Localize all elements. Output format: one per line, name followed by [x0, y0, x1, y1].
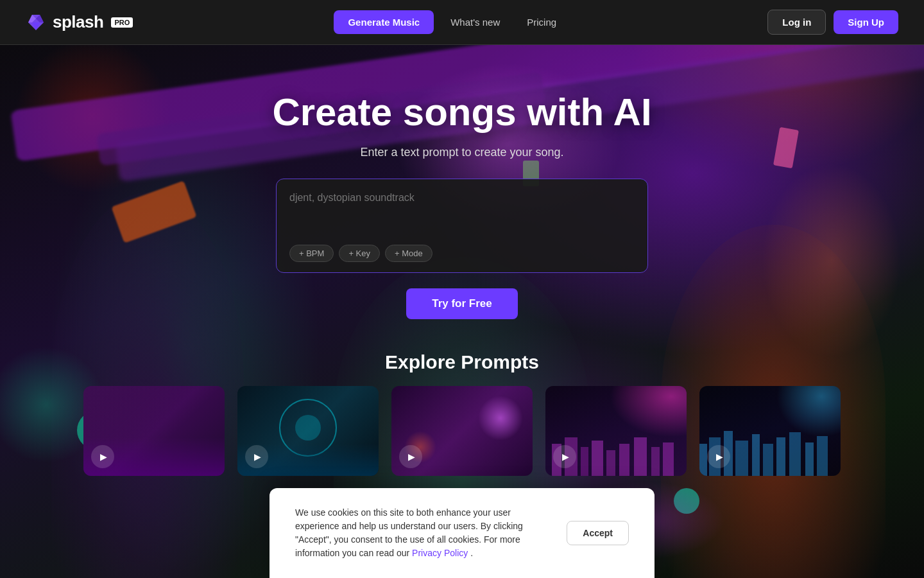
splash-logo-icon: [26, 12, 46, 33]
logo-icon: [26, 12, 46, 33]
card-glow-3: [478, 396, 523, 441]
accent-teal-2: [674, 488, 699, 514]
bpm-tag-button[interactable]: + BPM: [289, 245, 334, 262]
signup-button[interactable]: Sign Up: [834, 10, 898, 34]
play-button-4[interactable]: ▶: [553, 445, 576, 468]
accept-cookies-button[interactable]: Accept: [567, 521, 629, 545]
play-icon-3: ▶: [408, 451, 415, 462]
play-icon-4: ▶: [562, 451, 569, 462]
play-button-3[interactable]: ▶: [399, 445, 422, 468]
play-button-5[interactable]: ▶: [707, 445, 730, 468]
navbar: splash PRO Generate Music What's new Pri…: [0, 0, 924, 45]
cookie-message: We use cookies on this site to both enha…: [295, 507, 523, 558]
logo-text: splash: [53, 12, 103, 32]
explore-section: Explore Prompts ▶ ▶: [0, 351, 924, 476]
prompt-tags: + BPM + Key + Mode: [289, 245, 635, 262]
play-icon-1: ▶: [100, 451, 107, 462]
hero-content: Create songs with AI Enter a text prompt…: [0, 90, 924, 476]
explore-card-2[interactable]: ▶: [237, 386, 379, 476]
login-button[interactable]: Log in: [767, 10, 826, 35]
disc-center: [295, 415, 321, 441]
svg-rect-17: [752, 434, 760, 476]
svg-rect-21: [805, 442, 814, 476]
explore-card-1[interactable]: ▶: [83, 386, 225, 476]
cookie-text: We use cookies on this site to both enha…: [295, 506, 554, 560]
svg-rect-8: [606, 450, 615, 476]
cookie-period: .: [470, 548, 473, 558]
try-for-free-button[interactable]: Try for Free: [406, 288, 518, 319]
hero-title: Create songs with AI: [272, 90, 651, 134]
svg-rect-13: [699, 444, 707, 476]
play-icon-2: ▶: [254, 451, 261, 462]
cookie-banner: We use cookies on this site to both enha…: [270, 488, 654, 578]
svg-rect-16: [735, 441, 748, 476]
play-button-2[interactable]: ▶: [245, 445, 268, 468]
svg-rect-12: [663, 442, 674, 476]
privacy-policy-link[interactable]: Privacy Policy: [412, 548, 468, 558]
svg-rect-9: [619, 444, 629, 476]
svg-rect-22: [817, 436, 828, 476]
explore-title: Explore Prompts: [0, 351, 924, 373]
logo-pro-badge: PRO: [111, 17, 133, 28]
svg-rect-19: [776, 437, 785, 476]
svg-rect-20: [789, 432, 801, 476]
explore-cards: ▶ ▶ ▶: [0, 386, 924, 476]
generate-music-button[interactable]: Generate Music: [334, 10, 434, 34]
explore-card-4[interactable]: ▶: [545, 386, 687, 476]
card-glow-4: [610, 386, 687, 437]
pricing-nav-link[interactable]: Pricing: [517, 12, 567, 33]
svg-rect-7: [592, 441, 603, 476]
whats-new-nav-link[interactable]: What's new: [440, 12, 510, 33]
prompt-box: + BPM + Key + Mode: [276, 179, 648, 273]
prompt-textarea[interactable]: [289, 192, 635, 237]
mode-tag-button[interactable]: + Mode: [385, 245, 432, 262]
nav-center: Generate Music What's new Pricing: [334, 10, 567, 34]
key-tag-button[interactable]: + Key: [339, 245, 380, 262]
play-icon-5: ▶: [716, 451, 723, 462]
explore-card-5[interactable]: ▶: [699, 386, 841, 476]
svg-rect-6: [581, 447, 588, 476]
nav-right: Log in Sign Up: [767, 10, 898, 35]
play-button-1[interactable]: ▶: [91, 445, 114, 468]
svg-rect-11: [651, 447, 660, 476]
logo: splash PRO: [26, 12, 133, 33]
hero-subtitle: Enter a text prompt to create your song.: [360, 146, 563, 159]
svg-rect-18: [763, 444, 773, 476]
explore-card-3[interactable]: ▶: [391, 386, 533, 476]
svg-rect-10: [634, 437, 647, 476]
